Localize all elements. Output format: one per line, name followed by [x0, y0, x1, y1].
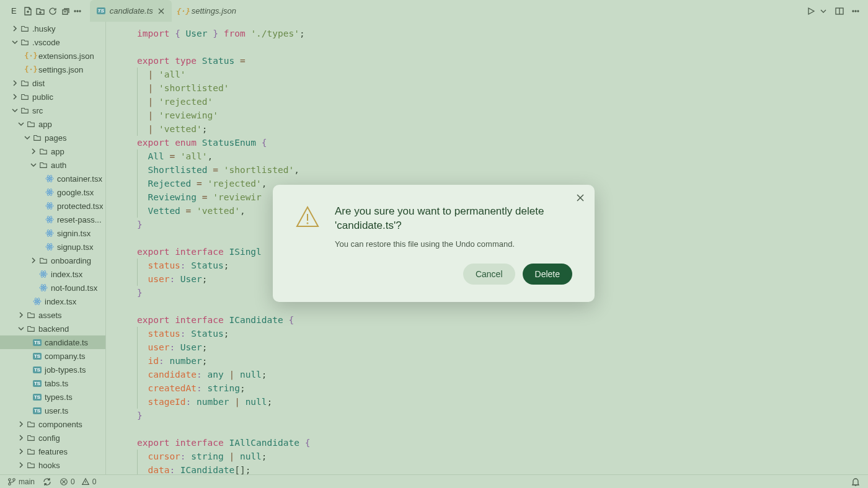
tree-label: google.tsx — [57, 188, 94, 197]
tree-item-hooks[interactable]: hooks — [0, 458, 105, 472]
run-dropdown-icon[interactable] — [818, 6, 828, 16]
tree-item-container-tsx[interactable]: container.tsx — [0, 172, 105, 185]
chevron-right-icon[interactable] — [16, 434, 26, 441]
tree-label: features — [38, 447, 68, 456]
tree-item-settings-json[interactable]: {·}settings.json — [0, 63, 105, 76]
chevron-right-icon[interactable] — [16, 461, 26, 469]
chevron-down-icon[interactable] — [29, 161, 38, 169]
code-line[interactable] — [137, 40, 868, 54]
code-line[interactable]: user: User; — [137, 340, 868, 354]
dialog-close-icon[interactable] — [576, 193, 585, 204]
tree-item-tabs-ts[interactable]: TStabs.ts — [0, 376, 105, 390]
problems-indicator[interactable]: 0 0 — [60, 477, 96, 486]
delete-button[interactable]: Delete — [523, 264, 572, 285]
tree-item-public[interactable]: public — [0, 90, 105, 104]
tree-item-index-tsx[interactable]: index.tsx — [0, 267, 105, 281]
code-line[interactable] — [137, 422, 868, 436]
sync-icon[interactable] — [42, 477, 52, 487]
code-line[interactable]: | 'vetted'; — [137, 122, 868, 136]
chevron-right-icon[interactable] — [16, 311, 26, 319]
code-line[interactable]: candidate: any | null; — [137, 368, 868, 381]
cancel-button[interactable]: Cancel — [463, 264, 515, 285]
chevron-down-icon[interactable] — [10, 107, 20, 114]
collapse-all-icon[interactable] — [60, 6, 70, 16]
code-line[interactable]: id: number; — [137, 354, 868, 368]
code-line[interactable]: import { User } from './types'; — [137, 27, 868, 40]
code-line[interactable]: status: Status; — [137, 327, 868, 340]
tree-item-src[interactable]: src — [0, 104, 105, 117]
tree-item-not-found-tsx[interactable]: not-found.tsx — [0, 281, 105, 295]
new-file-icon[interactable] — [23, 6, 33, 16]
chevron-down-icon[interactable] — [10, 38, 20, 46]
tree-label: tabs.ts — [45, 379, 68, 388]
svg-point-2 — [79, 11, 81, 12]
chevron-right-icon[interactable] — [10, 79, 20, 87]
tree-item-reset-pass-[interactable]: reset-pass... — [0, 213, 105, 226]
tree-item--vscode[interactable]: .vscode — [0, 35, 105, 49]
close-icon[interactable] — [157, 7, 166, 16]
tree-item-auth[interactable]: auth — [0, 158, 105, 172]
run-icon[interactable] — [806, 6, 816, 16]
tree-item-signup-tsx[interactable]: signup.tsx — [0, 240, 105, 254]
tree-item-candidate-ts[interactable]: TScandidate.ts — [0, 335, 105, 349]
code-line[interactable]: export interface IAllCandidate { — [137, 436, 868, 450]
tree-item-pages[interactable]: pages — [0, 131, 105, 144]
tree-item-features[interactable]: features — [0, 445, 105, 458]
chevron-right-icon[interactable] — [29, 148, 38, 155]
tab-candidate-ts[interactable]: TScandidate.ts — [90, 0, 172, 22]
chevron-down-icon[interactable] — [22, 134, 32, 141]
tree-item-config[interactable]: config — [0, 431, 105, 445]
tree-item-backend[interactable]: backend — [0, 322, 105, 335]
dialog-title: Are you sure you want to permanently del… — [335, 205, 572, 233]
code-line[interactable]: | 'reviewing' — [137, 109, 868, 122]
more-icon[interactable] — [73, 6, 82, 16]
tree-item-app[interactable]: app — [0, 144, 105, 158]
code-line[interactable]: cursor: string | null; — [137, 450, 868, 463]
split-editor-icon[interactable] — [835, 6, 844, 16]
tree-item-job-types-ts[interactable]: TSjob-types.ts — [0, 363, 105, 376]
branch-indicator[interactable]: main — [7, 477, 35, 486]
code-line[interactable]: export interface ICandidate { — [137, 313, 868, 327]
tree-item-company-ts[interactable]: TScompany.ts — [0, 349, 105, 363]
code-line[interactable]: Shortlisted = 'shortlisted', — [137, 163, 868, 177]
code-line[interactable]: createdAt: string; — [137, 381, 868, 395]
tree-label: backend — [38, 324, 69, 334]
editor-more-icon[interactable] — [851, 6, 861, 16]
refresh-icon[interactable] — [48, 6, 58, 16]
chevron-right-icon[interactable] — [16, 420, 26, 428]
chevron-right-icon[interactable] — [10, 93, 20, 100]
bell-icon[interactable] — [851, 477, 861, 487]
tree-item-components[interactable]: components — [0, 417, 105, 431]
tree-item-signin-tsx[interactable]: signin.tsx — [0, 226, 105, 240]
new-folder-icon[interactable] — [35, 6, 45, 16]
tree-item-protected-tsx[interactable]: protected.tsx — [0, 199, 105, 213]
chevron-right-icon[interactable] — [29, 257, 38, 264]
tree-item-extensions-json[interactable]: {·}extensions.json — [0, 49, 105, 63]
tree-item--husky[interactable]: .husky — [0, 22, 105, 35]
svg-point-44 — [9, 482, 11, 485]
chevron-down-icon[interactable] — [16, 120, 26, 128]
tree-item-user-ts[interactable]: TSuser.ts — [0, 404, 105, 417]
tree-item-onboarding[interactable]: onboarding — [0, 254, 105, 267]
chevron-right-icon[interactable] — [10, 25, 20, 32]
code-line[interactable]: stageId: number | null; — [137, 395, 868, 409]
tree-item-types-ts[interactable]: TStypes.ts — [0, 390, 105, 404]
code-line[interactable]: export type Status = — [137, 54, 868, 68]
file-explorer[interactable]: .husky.vscode{·}extensions.json{·}settin… — [0, 22, 105, 474]
code-line[interactable]: | 'all' — [137, 68, 868, 81]
chevron-down-icon[interactable] — [16, 325, 26, 332]
tree-label: src — [32, 106, 43, 115]
tree-item-index-tsx[interactable]: index.tsx — [0, 295, 105, 308]
tree-item-dist[interactable]: dist — [0, 76, 105, 90]
code-line[interactable]: } — [137, 409, 868, 422]
code-line[interactable]: | 'shortlisted' — [137, 81, 868, 95]
tree-item-assets[interactable]: assets — [0, 308, 105, 322]
code-line[interactable]: export enum StatusEnum { — [137, 136, 868, 149]
chevron-right-icon[interactable] — [16, 448, 26, 455]
code-line[interactable]: All = 'all', — [137, 149, 868, 163]
code-line[interactable]: | 'rejected' — [137, 95, 868, 109]
tree-item-app[interactable]: app — [0, 117, 105, 131]
code-line[interactable]: data: ICandidate[]; — [137, 463, 868, 474]
tab-settings-json[interactable]: {·}settings.json — [172, 0, 242, 22]
tree-item-google-tsx[interactable]: google.tsx — [0, 185, 105, 199]
